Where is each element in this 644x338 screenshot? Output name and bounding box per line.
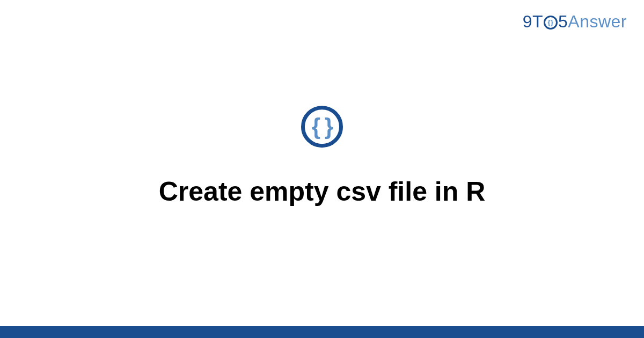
brand-o-braces-icon bbox=[544, 16, 558, 30]
code-braces-icon: { } bbox=[301, 106, 343, 148]
brand-text-9: 9 bbox=[523, 12, 532, 32]
page-title: Create empty csv file in R bbox=[159, 175, 486, 208]
braces-glyph: { } bbox=[312, 115, 332, 138]
brand-text-answer: Answer bbox=[568, 12, 627, 32]
brand-text-5: 5 bbox=[558, 12, 568, 32]
brand-text-t: T bbox=[532, 12, 543, 32]
footer-bar bbox=[0, 326, 644, 338]
main-content: { } Create empty csv file in R bbox=[0, 106, 644, 208]
site-brand-logo: 9 T 5 Answer bbox=[523, 12, 627, 32]
